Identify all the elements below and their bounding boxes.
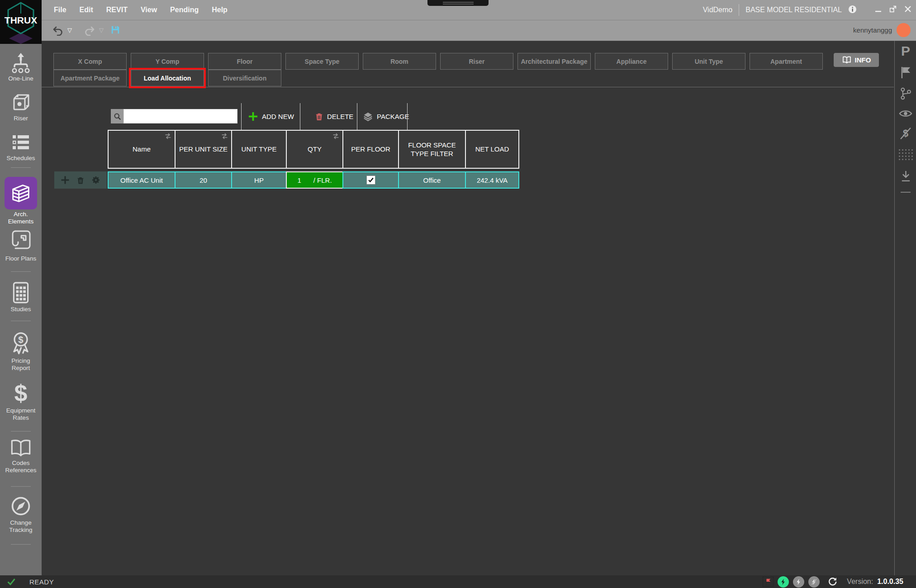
download-icon[interactable] — [900, 170, 912, 183]
swap-sort-icon[interactable] — [221, 133, 228, 139]
layers-icon — [363, 112, 373, 121]
sidebar-item-equipment-rates[interactable]: $ Equipment Rates — [0, 382, 42, 422]
rail-divider — [901, 192, 911, 193]
compass-icon — [9, 494, 33, 518]
refresh-icon[interactable] — [827, 577, 837, 587]
menu-file[interactable]: File — [54, 6, 66, 14]
flag-toggle[interactable] — [763, 577, 774, 587]
tab-appliance[interactable]: Appliance — [595, 53, 668, 70]
power-off-indicator[interactable] — [808, 576, 820, 588]
tab-x-comp[interactable]: X Comp — [53, 53, 127, 70]
thrux-app-window: File Edit REVIT View Pending Help VidDem… — [0, 0, 916, 588]
search-icon — [114, 113, 121, 120]
column-header-net-load[interactable]: NET LOAD — [465, 130, 519, 169]
undo-icon[interactable] — [52, 25, 63, 38]
cell-qty[interactable]: 1 / FLR. — [286, 171, 343, 189]
column-header-floor-space-type-filter[interactable]: FLOOR SPACE TYPE FILTER — [398, 130, 466, 169]
tab-unit-type[interactable]: Unit Type — [672, 53, 745, 70]
eye-icon[interactable] — [899, 109, 912, 119]
per-floor-checkbox[interactable] — [366, 175, 375, 185]
save-icon[interactable] — [110, 25, 120, 37]
column-header-per-floor[interactable]: PER FLOOR — [342, 130, 399, 169]
dollar-icon: $ — [9, 382, 32, 406]
calculator-icon — [9, 281, 32, 304]
menu-help[interactable]: Help — [212, 6, 228, 14]
sidebar-item-change-tracking[interactable]: Change Tracking — [0, 494, 42, 534]
cell-per-floor[interactable] — [342, 171, 399, 189]
cell-per-unit-size[interactable]: 20 — [175, 171, 232, 189]
tab-apartment[interactable]: Apartment — [750, 53, 823, 70]
column-header-name[interactable]: Name — [108, 130, 176, 169]
menu-view[interactable]: View — [141, 6, 157, 14]
column-header-per-unit-size[interactable]: PER UNIT SIZE — [175, 130, 232, 169]
cell-net-load: 242.4 kVA — [465, 171, 519, 189]
package-button[interactable]: PACKAGE — [363, 109, 409, 123]
table-row[interactable]: Office AC Unit 20 HP 1 / FLR. Office 242… — [108, 171, 519, 189]
svg-text:THRUX: THRUX — [5, 15, 37, 25]
delete-row-trash-icon[interactable] — [77, 176, 84, 185]
cell-floor-space-type-filter[interactable]: Office — [398, 171, 466, 189]
delete-button[interactable]: DELETE — [315, 109, 353, 123]
version-label: Version: — [847, 578, 873, 586]
power-indicator[interactable] — [793, 576, 804, 588]
close-button[interactable] — [904, 5, 911, 14]
menu-revit[interactable]: REVIT — [106, 6, 128, 14]
minimize-button[interactable] — [875, 5, 882, 15]
column-header-qty[interactable]: QTY — [286, 130, 343, 169]
session-name: VidDemo — [703, 6, 733, 14]
tab-space-type[interactable]: Space Type — [285, 53, 359, 70]
restore-button[interactable] — [889, 5, 897, 15]
sidebar-item-codes-references[interactable]: Codes References — [0, 438, 42, 474]
add-row-icon[interactable] — [61, 175, 70, 185]
sidebar-item-riser[interactable]: Riser — [0, 92, 42, 122]
screen-share-grip[interactable] — [427, 0, 489, 6]
tab-load-allocation-active[interactable]: Load Allocation — [131, 70, 204, 86]
dot-grid-icon[interactable] — [898, 148, 913, 162]
ready-check-icon — [7, 578, 16, 586]
open-book-icon — [842, 56, 852, 64]
tab-floor[interactable]: Floor — [208, 53, 281, 70]
swap-sort-icon[interactable] — [164, 133, 172, 139]
info-circle-icon[interactable] — [848, 5, 857, 15]
cell-unit-type[interactable]: HP — [231, 171, 287, 189]
sidebar-item-studies[interactable]: Studies — [0, 281, 42, 313]
status-bar: READY — [0, 575, 916, 588]
svg-text:$: $ — [14, 382, 28, 406]
menu-edit[interactable]: Edit — [80, 6, 93, 14]
swap-sort-icon[interactable] — [332, 133, 340, 139]
tab-diversification[interactable]: Diversification — [208, 70, 281, 86]
sidebar-item-arch-elements[interactable]: Arch. Elements — [0, 177, 42, 226]
cell-name[interactable]: Office AC Unit — [108, 171, 176, 189]
undo-dropdown-icon[interactable]: ▽ — [67, 27, 72, 33]
add-new-button[interactable]: ADD NEW — [248, 109, 294, 123]
lightning-slash-icon — [811, 579, 817, 585]
user-avatar[interactable] — [897, 23, 911, 37]
column-header-unit-type[interactable]: UNIT TYPE — [231, 130, 287, 169]
tab-y-comp[interactable]: Y Comp — [131, 53, 204, 70]
sidebar-item-one-line[interactable]: One-Line — [0, 52, 42, 82]
search-input[interactable] — [123, 109, 237, 123]
version-number: 1.0.0.35 — [877, 578, 903, 586]
flag-icon[interactable] — [900, 66, 911, 79]
panel-p-icon[interactable]: P — [901, 44, 910, 58]
git-branch-icon[interactable] — [899, 87, 912, 100]
tab-architectural-package[interactable]: Architectural Package — [517, 53, 591, 70]
dollar-slash-icon[interactable]: $ — [899, 127, 912, 140]
tab-room[interactable]: Room — [363, 53, 436, 70]
badge-dollar-icon: $ — [9, 331, 33, 356]
power-on-indicator[interactable] — [778, 576, 789, 588]
open-book-icon — [9, 438, 33, 458]
sidebar-item-pricing-report[interactable]: $ Pricing Report — [0, 331, 42, 372]
qty-value[interactable]: 1 — [297, 176, 301, 184]
sidebar-item-schedules[interactable]: Schedules — [0, 133, 42, 162]
sidebar-item-floor-plans[interactable]: Floor Plans — [0, 228, 42, 262]
trash-icon — [315, 112, 323, 121]
search-icon-box — [111, 109, 123, 123]
row-settings-gear-icon[interactable] — [91, 175, 100, 185]
info-button[interactable]: INFO — [834, 53, 879, 67]
riser-cube-icon — [9, 92, 32, 114]
tab-riser[interactable]: Riser — [440, 53, 513, 70]
menu-pending[interactable]: Pending — [170, 6, 199, 14]
redo-icon — [84, 25, 95, 38]
tab-apartment-package[interactable]: Apartment Package — [53, 70, 127, 86]
